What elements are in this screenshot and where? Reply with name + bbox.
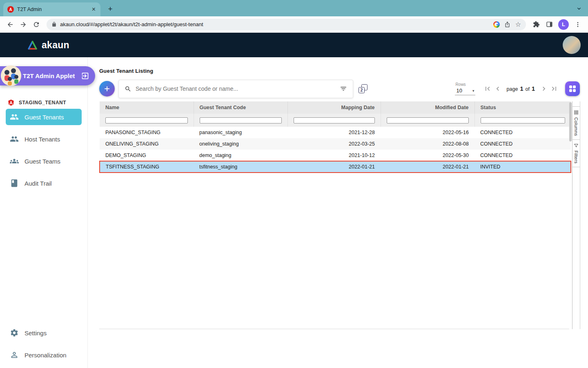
share-icon[interactable] — [503, 20, 512, 29]
page-word: page — [507, 86, 518, 92]
sidebar-item-guest-tenants[interactable]: Guest Tenants — [6, 109, 82, 125]
sidebar-item-label: Personalization — [24, 352, 67, 359]
table-row[interactable]: ONELIVING_STAGING oneliving_staging 2022… — [100, 138, 571, 150]
filter-list-icon[interactable] — [340, 85, 347, 92]
column-header-modified-date[interactable]: Modified Date — [381, 101, 474, 114]
first-page-button[interactable] — [483, 84, 492, 94]
duplicate-view-icon[interactable]: 2 — [359, 84, 368, 93]
table-filter-row — [100, 114, 571, 127]
of-word: of — [525, 86, 529, 92]
cell-status: INVITED — [474, 161, 571, 173]
next-page-button[interactable] — [539, 84, 549, 94]
people-icon — [10, 135, 19, 144]
exit-applet-icon[interactable] — [81, 72, 89, 80]
side-panel-icon[interactable] — [543, 18, 555, 31]
cell-mapping-date: 2021-10-12 — [287, 150, 381, 161]
table-row[interactable]: PANASONIC_STAGING panasonic_staging 2021… — [100, 127, 571, 138]
cell-status: CONNECTED — [474, 150, 571, 161]
table-zone: Name Guest Tenant Code Mapping Date Modi… — [99, 101, 580, 329]
sidebar-item-personalization[interactable]: Personalization — [6, 347, 82, 363]
new-tab-button[interactable]: + — [105, 3, 116, 15]
cell-modified-date: 2022-08-08 — [381, 138, 474, 150]
filter-input-modified-date[interactable] — [387, 117, 469, 123]
sidebar-item-audit-trail[interactable]: Audit Trail — [6, 175, 82, 191]
browser-tab[interactable]: A T2T Admin × — [3, 2, 100, 16]
sidebar-item-settings[interactable]: Settings — [6, 325, 82, 341]
tenant-selector[interactable]: STAGING_TENANT — [0, 96, 87, 110]
search-icon — [125, 85, 131, 92]
refresh-button[interactable] — [30, 18, 42, 31]
sidebar-item-guest-teams[interactable]: Guest Teams — [6, 153, 82, 169]
rail-filters-toggle[interactable]: Filters — [574, 140, 579, 167]
sidebar-item-label: Guest Teams — [24, 158, 60, 165]
table-header-row: Name Guest Tenant Code Mapping Date Modi… — [100, 101, 571, 114]
cell-modified-date: 2022-01-21 — [381, 161, 474, 173]
bookmark-star-icon[interactable]: ☆ — [515, 21, 521, 28]
person-icon — [10, 350, 19, 359]
layout-grid-button[interactable] — [565, 81, 580, 96]
cell-code: demo_staging — [194, 150, 287, 161]
sidebar-nav: Guest Tenants Host Tenants Guest Teams — [0, 109, 87, 191]
akaun-triangle-icon — [27, 40, 38, 50]
funnel-icon — [574, 143, 579, 148]
table-scrollbar-track — [569, 101, 572, 329]
tenant-logo-icon — [7, 99, 15, 106]
back-button[interactable] — [4, 18, 16, 31]
google-icon[interactable] — [493, 21, 500, 28]
previous-page-button[interactable] — [493, 84, 503, 94]
table-row[interactable]: DEMO_STAGING demo_staging 2021-10-12 202… — [100, 150, 571, 161]
column-header-status[interactable]: Status — [474, 101, 571, 114]
applet-avatar — [1, 65, 21, 86]
sidebar-item-host-tenants[interactable]: Host Tenants — [6, 131, 82, 147]
rows-per-page-select[interactable]: Rows 10 ▾ — [455, 82, 475, 95]
groups-icon — [10, 157, 19, 166]
column-header-mapping-date[interactable]: Mapping Date — [287, 101, 381, 114]
pagination: page 1 of 1 — [483, 84, 559, 94]
cell-mapping-date: 2022-01-21 — [287, 161, 381, 173]
table-row-selected[interactable]: TSFITNESS_STAGING tsfitness_staging 2022… — [100, 161, 571, 173]
people-icon — [10, 112, 19, 121]
browser-profile-avatar[interactable]: L — [558, 19, 569, 30]
browser-tab-bar: A T2T Admin × + — [0, 0, 588, 16]
page-indicator: page 1 of 1 — [507, 85, 535, 92]
columns-icon — [574, 110, 579, 115]
table-wrap: Name Guest Tenant Code Mapping Date Modi… — [99, 101, 569, 329]
gear-icon — [10, 328, 19, 337]
user-profile-avatar[interactable] — [563, 36, 581, 54]
akaun-logo[interactable]: akaun — [27, 40, 69, 51]
copy-front-square: 2 — [359, 87, 365, 93]
url-text[interactable]: akaun.cloud/#/applet/t2t/akaun/t2t-admin… — [60, 21, 490, 27]
cell-modified-date: 2022-05-30 — [381, 150, 474, 161]
grid-icon — [569, 85, 576, 92]
cell-code: panasonic_staging — [194, 127, 287, 138]
filter-input-mapping-date[interactable] — [294, 117, 375, 123]
rows-value: 10 — [457, 88, 462, 94]
side-rail: Columns Filters — [572, 101, 580, 329]
add-guest-tenant-button[interactable]: + — [99, 81, 115, 96]
last-page-button[interactable] — [549, 84, 559, 94]
filter-input-name[interactable] — [105, 117, 188, 123]
rail-columns-toggle[interactable]: Columns — [574, 107, 579, 139]
table-scrollbar-thumb[interactable] — [569, 102, 572, 141]
tab-search-chevron-down-icon[interactable] — [576, 5, 582, 12]
filter-input-status[interactable] — [481, 117, 566, 123]
search-input[interactable] — [136, 85, 336, 92]
column-header-code[interactable]: Guest Tenant Code — [194, 101, 287, 114]
page-total: 1 — [532, 85, 535, 92]
column-header-name[interactable]: Name — [100, 101, 194, 114]
screen: A T2T Admin × + akaun.cloud/#/applet/t2t… — [0, 0, 588, 368]
cell-status: CONNECTED — [474, 138, 571, 150]
url-bar[interactable]: akaun.cloud/#/applet/t2t/akaun/t2t-admin… — [47, 19, 526, 30]
ssl-lock-icon[interactable] — [51, 22, 57, 27]
list-toolbar: + 2 Rows 1 — [99, 79, 588, 98]
cell-mapping-date: 2021-12-28 — [287, 127, 381, 138]
extensions-puzzle-icon[interactable] — [530, 18, 542, 31]
filter-input-code[interactable] — [200, 117, 282, 123]
page-number: 1 — [520, 85, 523, 92]
tenant-label: STAGING_TENANT — [19, 100, 66, 105]
browser-menu-kebab-icon[interactable] — [572, 18, 584, 31]
applet-banner[interactable]: T2T Admin Applet — [0, 66, 95, 85]
forward-button[interactable] — [17, 18, 29, 31]
tab-close-icon[interactable]: × — [91, 6, 96, 13]
rail-columns-label: Columns — [574, 117, 579, 136]
